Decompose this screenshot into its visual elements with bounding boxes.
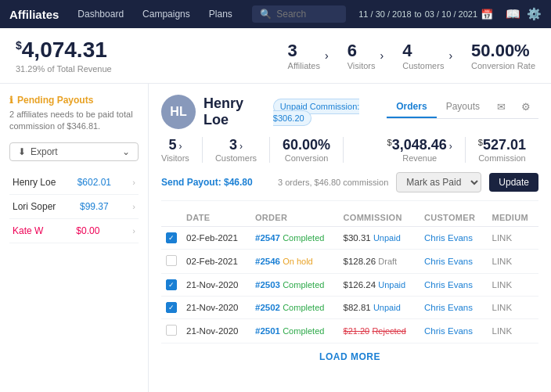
update-button[interactable]: Update bbox=[489, 173, 538, 192]
total-revenue-block: $4,074.31 31.29% of Total Revenue bbox=[16, 38, 112, 74]
col-commission: COMMISSION bbox=[339, 209, 420, 227]
payout-bar: Send Payout: $46.80 3 orders, $46.80 com… bbox=[161, 172, 538, 201]
table-row: ✓21-Nov-2020#2502 Completed$82.81 Unpaid… bbox=[161, 297, 538, 319]
mark-as-paid-select[interactable]: Mark as Paid bbox=[396, 172, 481, 192]
commission-amount: $30.31 bbox=[344, 233, 371, 243]
col-customer: CUSTOMER bbox=[420, 209, 488, 227]
total-amount: $4,074.31 bbox=[16, 38, 112, 63]
order-checkbox[interactable]: ✓ bbox=[166, 232, 177, 243]
email-icon[interactable]: ✉ bbox=[489, 96, 513, 117]
order-checkbox[interactable] bbox=[166, 325, 177, 336]
table-row: 02-Feb-2021#2546 On hold$128.26 DraftChr… bbox=[161, 250, 538, 274]
order-checkbox[interactable] bbox=[166, 255, 177, 266]
commission-status: Unpaid bbox=[373, 303, 401, 312]
visitors-arrow: › bbox=[380, 49, 384, 62]
nav-campaigns[interactable]: Campaigns bbox=[136, 5, 196, 23]
affiliate-stats: 5› Visitors 3› Customers 60.00% Conversi… bbox=[161, 137, 538, 163]
customers-arrow: › bbox=[448, 49, 452, 62]
tab-payouts[interactable]: Payouts bbox=[437, 96, 489, 118]
export-button[interactable]: ⬇ Export ⌄ bbox=[9, 142, 139, 161]
order-checkbox-cell[interactable]: ✓ bbox=[161, 227, 182, 250]
customer-cell[interactable]: Chris Evans bbox=[420, 227, 488, 250]
unpaid-badge-wrap: Unpaid Commission: $306.20 bbox=[273, 100, 387, 124]
orders-table: DATE ORDER COMMISSION CUSTOMER MEDIUM ✓0… bbox=[161, 209, 538, 343]
avatar: HL bbox=[161, 95, 196, 129]
col-medium: MEDIUM bbox=[487, 209, 538, 227]
customer-link[interactable]: Chris Evans bbox=[424, 326, 473, 336]
order-link[interactable]: #2503 bbox=[255, 280, 280, 290]
order-link[interactable]: #2547 bbox=[255, 233, 280, 243]
order-number-cell: #2503 Completed bbox=[250, 274, 339, 297]
search-input[interactable] bbox=[276, 9, 339, 20]
affiliate-row-1[interactable]: Lori Soper $99.37 › bbox=[9, 195, 139, 219]
nav-dashboard[interactable]: Dashboard bbox=[71, 5, 130, 23]
settings-icon[interactable]: ⚙ bbox=[513, 96, 538, 117]
affiliate-row-0[interactable]: Henry Loe $602.01 › bbox=[9, 171, 139, 195]
order-checkbox-cell[interactable]: ✓ bbox=[161, 297, 182, 319]
order-checkbox[interactable]: ✓ bbox=[166, 302, 177, 313]
book-icon[interactable]: 📖 bbox=[506, 7, 520, 21]
order-checkbox[interactable]: ✓ bbox=[166, 279, 177, 290]
customer-link[interactable]: Chris Evans bbox=[424, 280, 473, 290]
commission-amount: $21.20 bbox=[344, 326, 370, 336]
download-icon: ⬇ bbox=[18, 146, 26, 157]
commission-cell: $82.81 Unpaid bbox=[339, 297, 420, 319]
order-number-cell: #2547 Completed bbox=[250, 227, 339, 250]
calendar-icon[interactable]: 📅 bbox=[481, 9, 493, 20]
order-link[interactable]: #2502 bbox=[255, 303, 280, 312]
nav-plans[interactable]: Plans bbox=[203, 5, 239, 23]
customer-link[interactable]: Chris Evans bbox=[424, 303, 473, 312]
commission-cell: $21.20 Rejected bbox=[339, 319, 420, 343]
commission-cell: $128.26 Draft bbox=[339, 250, 420, 274]
customer-cell[interactable]: Chris Evans bbox=[420, 250, 488, 274]
order-number-cell: #2501 Completed bbox=[250, 319, 339, 343]
affiliates-arrow: › bbox=[325, 49, 329, 62]
order-medium: LINK bbox=[487, 274, 538, 297]
order-status: Completed bbox=[283, 326, 324, 336]
commission-amount: $126.24 bbox=[344, 280, 376, 290]
table-row: ✓21-Nov-2020#2503 Completed$126.24 Unpai… bbox=[161, 274, 538, 297]
stat-customers: 3› Customers bbox=[215, 137, 270, 163]
order-link[interactable]: #2546 bbox=[255, 257, 280, 266]
order-link[interactable]: #2501 bbox=[255, 326, 280, 336]
stat-visitors: 5› Visitors bbox=[161, 137, 203, 163]
tab-orders[interactable]: Orders bbox=[387, 96, 436, 118]
sidebar: ℹ Pending Payouts 2 affiliates needs to … bbox=[0, 84, 149, 392]
chevron-right-icon: › bbox=[132, 202, 135, 211]
visitors-stat: 6 Visitors › bbox=[348, 41, 384, 70]
stat-conversion: 60.00% Conversion bbox=[283, 137, 344, 163]
order-checkbox-cell[interactable]: ✓ bbox=[161, 274, 182, 297]
commission-amount: $82.81 bbox=[344, 303, 371, 312]
stats-bar: $4,074.31 31.29% of Total Revenue 3 Affi… bbox=[0, 28, 551, 84]
customer-cell[interactable]: Chris Evans bbox=[420, 274, 488, 297]
main-content: ℹ Pending Payouts 2 affiliates needs to … bbox=[0, 84, 551, 392]
customer-link[interactable]: Chris Evans bbox=[424, 257, 473, 266]
table-row: 21-Nov-2020#2501 Completed$21.20 Rejecte… bbox=[161, 319, 538, 343]
search-icon: 🔍 bbox=[260, 9, 272, 20]
settings-icon[interactable]: ⚙️ bbox=[527, 7, 542, 21]
order-medium: LINK bbox=[487, 297, 538, 319]
customer-cell[interactable]: Chris Evans bbox=[420, 319, 488, 343]
chevron-right-icon: › bbox=[132, 178, 135, 187]
load-more-button[interactable]: LOAD MORE bbox=[161, 343, 538, 370]
commission-amount: $128.26 bbox=[344, 257, 376, 266]
order-medium: LINK bbox=[487, 227, 538, 250]
order-checkbox-cell[interactable] bbox=[161, 319, 182, 343]
affiliate-row-2[interactable]: Kate W $0.00 › bbox=[9, 219, 139, 243]
stat-revenue: $3,048.46› Revenue bbox=[387, 137, 466, 163]
order-status: Completed bbox=[283, 233, 324, 243]
info-icon: ℹ bbox=[9, 95, 13, 106]
col-check bbox=[161, 209, 182, 227]
commission-cell: $30.31 Unpaid bbox=[339, 227, 420, 250]
col-date: DATE bbox=[182, 209, 250, 227]
send-payout-button[interactable]: Send Payout: $46.80 bbox=[161, 177, 253, 188]
detail-panel: HL Henry Loe Unpaid Commission: $306.20 … bbox=[149, 84, 551, 392]
commission-status: Draft bbox=[378, 257, 397, 266]
customer-link[interactable]: Chris Evans bbox=[424, 233, 473, 243]
header-icons: 📖 ⚙️ bbox=[506, 7, 542, 21]
brand-title: Affiliates bbox=[9, 8, 59, 21]
total-rev-label: 31.29% of Total Revenue bbox=[16, 64, 112, 74]
order-checkbox-cell[interactable] bbox=[161, 250, 182, 274]
customer-cell[interactable]: Chris Evans bbox=[420, 297, 488, 319]
table-row: ✓02-Feb-2021#2547 Completed$30.31 Unpaid… bbox=[161, 227, 538, 250]
